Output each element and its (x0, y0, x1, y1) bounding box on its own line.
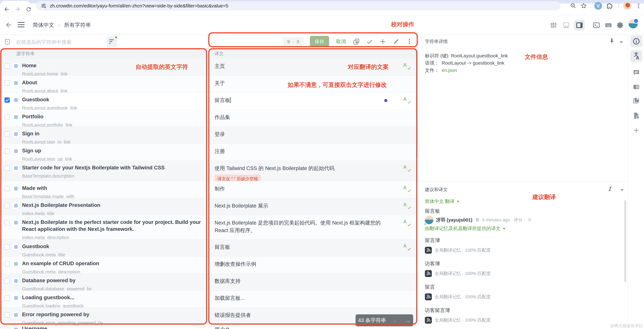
translations-scrollbar[interactable] (416, 50, 418, 158)
translation-row[interactable]: 增删改查操作示例 (208, 256, 418, 274)
right-panel-view-icon[interactable] (574, 20, 585, 30)
source-string-label[interactable]: Sign up (0, 144, 208, 154)
add-panel-icon[interactable] (630, 124, 642, 136)
translation-row[interactable]: 留言板A (208, 93, 418, 110)
row-checkbox[interactable] (4, 63, 10, 69)
translation-text[interactable]: 数据库支持 (208, 274, 418, 285)
translation-text[interactable]: Next.js Boilerplate 展示 (208, 198, 418, 210)
approve-icon[interactable] (366, 38, 373, 45)
suggester-name[interactable]: 冴羽 (yayujs001) (436, 217, 472, 223)
cancel-button[interactable]: 取消 (335, 38, 347, 45)
bookmark-star-icon[interactable] (580, 2, 588, 10)
translation-row[interactable]: Next.js Boilerplate 展示A (208, 198, 418, 215)
tm-suggestion-text[interactable]: 留言 (425, 284, 620, 290)
source-row[interactable]: Sign upRootLayout.sign_up_link (0, 144, 208, 161)
source-row[interactable]: GuestbookRootLayout.guestbook_link (0, 93, 208, 110)
translation-text[interactable]: 增删改查操作示例 (208, 256, 418, 268)
translation-row[interactable]: 作品集 (208, 110, 418, 127)
address-bar[interactable]: zh.crowdin.com/editor/yayu-form/all/en-z… (36, 1, 560, 10)
source-string-label[interactable]: Next.js Boilerplate Presentation (0, 198, 208, 208)
tab-translations-icon[interactable]: 文 A (630, 50, 642, 62)
tab-string-info-icon[interactable] (630, 35, 642, 47)
extensions-puzzle-icon[interactable] (605, 2, 614, 10)
source-string-label[interactable]: Error reporting powered by (0, 308, 208, 318)
toggle-suggestions-icon[interactable] (607, 186, 613, 192)
translation-row[interactable]: 留言板A (208, 240, 418, 256)
translation-row[interactable]: 注册 (208, 144, 418, 161)
reload-icon[interactable] (24, 5, 33, 14)
source-string-label[interactable]: Username (22, 326, 47, 329)
translation-text[interactable]: 留言板 (208, 240, 418, 251)
tm-suggestion-item[interactable]: 访客留言簿全局翻译记忆 · 100% 匹配度 (425, 307, 620, 324)
tab-glossary-icon[interactable] (630, 94, 642, 106)
more-options-icon[interactable] (406, 38, 413, 45)
translation-row[interactable]: 制作A (208, 181, 418, 198)
row-checkbox[interactable] (4, 186, 10, 191)
source-row[interactable]: Next.js Boilerplate is the perfect start… (0, 215, 208, 240)
tm-section-link[interactable]: 由翻译记忆及机器翻译所提供的译文 (425, 225, 506, 232)
side-by-side-view-icon[interactable] (548, 20, 559, 30)
browser-profile-avatar[interactable] (623, 2, 632, 10)
main-menu-icon[interactable] (18, 22, 24, 29)
search-input[interactable]: 在筛选后的字符串中搜索 (16, 39, 72, 46)
translation-row[interactable]: 关于 (208, 76, 418, 93)
translation-row[interactable]: 主页A (208, 58, 418, 76)
source-row[interactable]: PortfolioRootLayout.portfolio_link (0, 110, 208, 127)
source-string-label[interactable]: Guestbook (0, 93, 208, 103)
source-row[interactable]: An example of CRUD operationGuestbook.me… (0, 256, 208, 274)
tab-file-info-icon[interactable] (630, 110, 642, 122)
source-string-label[interactable]: Starter code for your Nextjs Boilerplate… (0, 161, 208, 171)
pin-icon[interactable] (609, 38, 614, 45)
translation-text[interactable]: 用户名 (214, 326, 230, 329)
suggestion-text[interactable]: 留言板 (425, 208, 440, 214)
tm-suggestion-text[interactable]: 访客簿 (425, 260, 620, 267)
suggestions-scrollbar[interactable] (624, 200, 626, 282)
source-row[interactable]: HomeRootLayout.home_link (0, 58, 208, 76)
extension-v-icon[interactable]: V (594, 2, 602, 10)
collapse-details-icon[interactable] (620, 41, 623, 43)
file-link[interactable]: en.json (442, 68, 457, 73)
approved-icon[interactable]: A (403, 164, 410, 171)
tm-suggestion-item[interactable]: 留言簿全局翻译记忆 · 100% 匹配度 (425, 237, 620, 254)
source-row[interactable]: Database powered byGuestbook.database_po… (0, 274, 208, 290)
source-string-label[interactable]: Portfolio (0, 110, 208, 120)
translation-text[interactable]: 加载留言板... (208, 290, 418, 302)
translation-text[interactable]: 制作 (208, 181, 418, 192)
forward-icon[interactable] (13, 5, 22, 14)
user-avatar[interactable] (628, 19, 638, 28)
translation-text[interactable]: 主页 (208, 58, 418, 70)
console-icon[interactable] (591, 20, 602, 30)
source-row[interactable]: GuestbookGuestbook.meta_title (0, 240, 208, 256)
translation-row[interactable]: 数据库支持 (208, 274, 418, 290)
source-string-label[interactable]: Guestbook (0, 240, 208, 250)
source-string-label[interactable]: Sign in (0, 127, 208, 137)
row-checkbox[interactable] (4, 327, 10, 329)
approved-icon[interactable]: A (403, 185, 410, 192)
row-checkbox[interactable] (4, 80, 10, 86)
edit-pencil-icon[interactable] (392, 38, 400, 45)
collapse-suggestions-icon[interactable] (620, 189, 624, 191)
source-string-label[interactable]: Home (0, 58, 208, 69)
collapse-panel-icon[interactable] (4, 38, 11, 46)
tm-suggestion-text[interactable]: 访客留言簿 (425, 307, 620, 314)
row-checkbox[interactable] (4, 132, 10, 137)
translation-row[interactable]: Next.js Boilerplate 是您项目的完美起始代码。使用 Next.… (208, 215, 418, 240)
translation-text[interactable]: 登录 (208, 127, 418, 138)
source-string-label[interactable]: Made with (0, 181, 208, 192)
translation-text[interactable]: 关于 (208, 76, 418, 87)
translation-text[interactable]: 作品集 (208, 110, 418, 121)
source-row[interactable]: AboutRootLayout.about_link (0, 76, 208, 93)
row-checkbox[interactable] (4, 203, 10, 208)
copy-source-icon[interactable] (353, 38, 360, 45)
source-string-label[interactable]: Loading guestbook... (0, 290, 208, 301)
source-row[interactable]: Made withBaseTemplate.made_with (0, 181, 208, 198)
save-button[interactable]: 保存 (310, 36, 329, 47)
bottom-panel-view-icon[interactable] (561, 20, 572, 30)
tab-comments-icon[interactable] (630, 66, 642, 78)
approved-icon[interactable]: A (403, 219, 410, 226)
tab-terms-icon[interactable] (630, 81, 642, 93)
source-row[interactable]: Error reporting powered byGuestbook.erro… (0, 308, 208, 324)
row-checkbox[interactable] (4, 244, 10, 250)
next-string-icon[interactable]: → (404, 317, 411, 324)
source-row[interactable]: Loading guestbook...Guestbook.loading_gu… (0, 290, 208, 308)
